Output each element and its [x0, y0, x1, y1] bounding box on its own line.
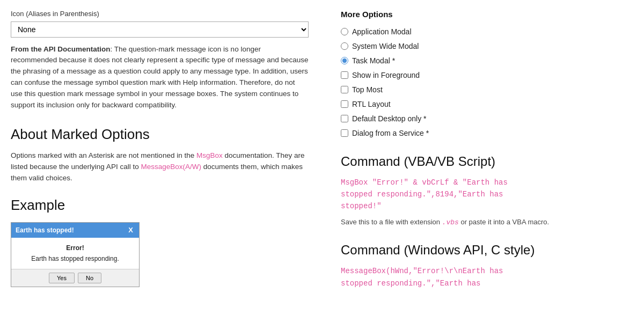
about-marked-options-heading: About Marked Options — [11, 124, 309, 145]
option-top-most[interactable]: Top Most — [341, 84, 633, 96]
options-list: Application Modal System Wide Modal Task… — [341, 26, 633, 139]
api-documentation-note: From the API Documentation: The question… — [11, 44, 309, 112]
option-show-in-foreground-label: Show in Foreground — [352, 70, 420, 81]
option-system-wide-modal-label: System Wide Modal — [352, 41, 419, 52]
messageboxaw-link[interactable]: MessageBox(A/W) — [141, 163, 201, 171]
option-system-wide-modal[interactable]: System Wide Modal — [341, 41, 633, 52]
icon-label: Icon (Aliases in Parenthesis) — [11, 9, 309, 19]
vba-code-line2: stopped responding.",8194,"Earth has — [341, 188, 633, 200]
msgbox-preview: Earth has stopped! X Error! Earth has st… — [11, 222, 140, 287]
msgbox-error-label: Error! — [18, 243, 133, 253]
checkbox-rtl-layout[interactable] — [341, 100, 348, 108]
msgbox-footer: Yes No — [11, 269, 139, 287]
msgbox-link[interactable]: MsgBox — [196, 151, 223, 159]
option-application-modal-label: Application Modal — [352, 26, 412, 38]
windows-api-code-block: MessageBox(hWnd,"Error!\r\nEarth has sto… — [341, 265, 633, 289]
checkbox-show-in-foreground[interactable] — [341, 71, 348, 79]
example-heading: Example — [11, 195, 309, 216]
more-options-heading: More Options — [341, 9, 633, 21]
left-column: Icon (Aliases in Parenthesis) None From … — [11, 9, 309, 313]
vba-code-block: MsgBox "Error!" & vbCrLf & "Earth has st… — [341, 177, 633, 213]
icon-select[interactable]: None — [11, 21, 309, 38]
save-note-text-2: or paste it into a VBA macro. — [459, 218, 549, 226]
api-code-line2: stopped responding.","Earth has — [341, 277, 633, 289]
checkbox-top-most[interactable] — [341, 86, 348, 93]
radio-application-modal[interactable] — [341, 28, 348, 35]
vbs-extension: .vbs — [442, 218, 459, 226]
msgbox-yes-button[interactable]: Yes — [49, 273, 75, 283]
option-task-modal-label: Task Modal * — [352, 55, 395, 67]
option-application-modal[interactable]: Application Modal — [341, 26, 633, 38]
api-code-line1: MessageBox(hWnd,"Error!\r\nEarth has — [341, 265, 633, 277]
option-show-in-foreground[interactable]: Show in Foreground — [341, 70, 633, 81]
api-note-strong: From the API Documentation — [11, 45, 111, 53]
option-default-desktop-only[interactable]: Default Desktop only * — [341, 113, 633, 125]
option-dialog-from-service[interactable]: Dialog from a Service * — [341, 128, 633, 139]
save-note: Save this to a file with extension .vbs … — [341, 217, 633, 228]
option-dialog-from-service-label: Dialog from a Service * — [352, 128, 429, 139]
msgbox-close-button[interactable]: X — [127, 226, 135, 234]
vba-code-line1: MsgBox "Error!" & vbCrLf & "Earth has — [341, 177, 633, 188]
msgbox-message-text: Earth has stopped responding. — [18, 254, 133, 264]
option-task-modal[interactable]: Task Modal * — [341, 55, 633, 67]
checkbox-default-desktop-only[interactable] — [341, 115, 348, 122]
vba-code-line3: stopped!" — [341, 200, 633, 212]
msgbox-title: Earth has stopped! — [16, 225, 74, 235]
api-note-body: : The question-mark message icon is no l… — [11, 45, 309, 109]
about-marked-options-text: Options marked with an Asterisk are not … — [11, 150, 309, 184]
option-top-most-label: Top Most — [352, 84, 383, 96]
vba-command-heading: Command (VBA/VB Script) — [341, 152, 633, 171]
option-rtl-layout[interactable]: RTL Layout — [341, 99, 633, 110]
windows-api-command-heading: Command (Windows API, C style) — [341, 240, 633, 260]
checkbox-dialog-from-service[interactable] — [341, 129, 348, 137]
about-text-1: Options marked with an Asterisk are not … — [11, 151, 196, 159]
option-default-desktop-only-label: Default Desktop only * — [352, 113, 427, 125]
save-note-text-1: Save this to a file with extension — [341, 218, 442, 226]
right-column: More Options Application Modal System Wi… — [330, 9, 633, 313]
radio-system-wide-modal[interactable] — [341, 42, 348, 50]
msgbox-titlebar: Earth has stopped! X — [11, 223, 139, 238]
msgbox-body: Error! Earth has stopped responding. — [11, 238, 139, 269]
msgbox-no-button[interactable]: No — [78, 273, 101, 283]
radio-task-modal[interactable] — [341, 57, 348, 64]
option-rtl-layout-label: RTL Layout — [352, 99, 391, 110]
